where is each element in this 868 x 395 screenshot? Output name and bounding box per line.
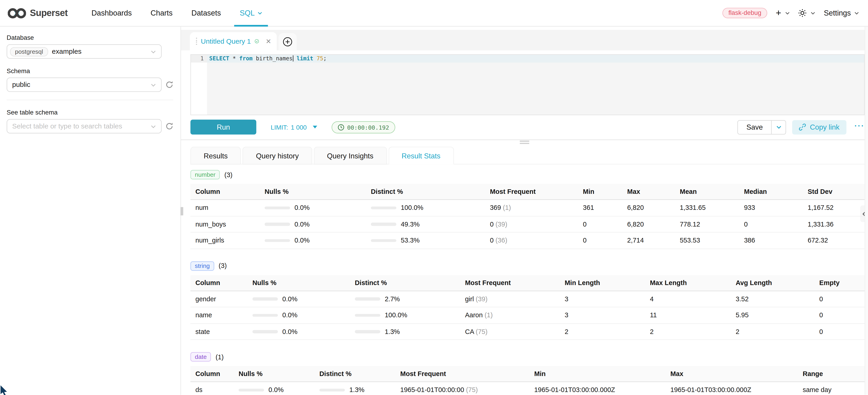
progress-bar: [239, 388, 264, 391]
nav-item-charts[interactable]: Charts: [141, 0, 182, 26]
query-tab[interactable]: Untitled Query 1 ✕: [190, 32, 277, 50]
database-select[interactable]: postgresql examples: [7, 44, 162, 59]
percentage-value: 100.0%: [401, 204, 424, 212]
refresh-icon: [165, 122, 173, 130]
stats-table-string: ColumnNulls %Distinct %Most FrequentMin …: [190, 275, 865, 340]
section-header: string(3): [190, 261, 865, 270]
table-schema-label: See table schema: [7, 109, 173, 116]
cell-min-length: 2: [565, 328, 650, 335]
column-count: (3): [219, 262, 227, 270]
cell-column: num: [190, 204, 265, 212]
nav-item-sql[interactable]: SQL: [230, 0, 272, 26]
sql-statement: SELECT * from birth_names limit 75;: [207, 55, 864, 63]
table-header-row: ColumnNulls %Distinct %Most FrequentMinM…: [190, 184, 865, 200]
frequent-value: CA: [465, 328, 474, 335]
tab-result-stats[interactable]: Result Stats: [388, 147, 454, 164]
column-header-most-frequent: Most Frequent: [400, 370, 534, 377]
column-header-max: Max: [670, 370, 803, 377]
new-menu[interactable]: +: [776, 8, 790, 18]
cell-distinct-: 1.3%: [355, 328, 465, 335]
cell-nulls-: 0.0%: [265, 237, 371, 244]
superset-infinity-icon: [8, 7, 26, 19]
theme-menu[interactable]: [798, 9, 815, 17]
close-tab-icon[interactable]: ✕: [266, 37, 271, 45]
sql-editor-panel: Untitled Query 1 ✕ 1: [181, 27, 868, 395]
frequent-count: (39): [494, 220, 507, 228]
percentage-value: 0.0%: [282, 295, 297, 303]
cell-most-frequent: 0 (39): [490, 220, 583, 228]
timer-value: 00:00:00.192: [347, 124, 389, 130]
tab-query-insights[interactable]: Query Insights: [314, 147, 387, 164]
drag-handle-icon[interactable]: [196, 38, 197, 44]
limit-dropdown[interactable]: LIMIT: 1 000: [271, 124, 317, 130]
settings-menu[interactable]: Settings: [824, 9, 859, 17]
column-header-median: Median: [744, 188, 808, 195]
progress-bar: [319, 388, 345, 391]
tab-results[interactable]: Results: [190, 147, 241, 164]
table-select[interactable]: Select table or type to search tables: [7, 119, 162, 133]
cell-avg-length: 5.95: [736, 311, 819, 319]
percentage-value: 1.3%: [349, 386, 364, 394]
cell-distinct-: 100.0%: [371, 204, 490, 212]
cell-nulls-: 0.0%: [265, 204, 371, 212]
run-button[interactable]: Run: [190, 120, 256, 134]
query-tab-title: Untitled Query 1: [201, 37, 251, 45]
column-header-min-length: Min Length: [565, 279, 650, 287]
nav-item-label: Datasets: [191, 9, 221, 17]
stats-section-date: date(1)ColumnNulls %Distinct %Most Frequ…: [190, 352, 865, 395]
tab-query-history[interactable]: Query history: [243, 147, 312, 164]
type-badge-string: string: [190, 261, 214, 270]
percentage-value: 0.0%: [294, 204, 310, 212]
plus-icon: +: [776, 8, 781, 18]
frequent-count: (36): [494, 237, 507, 244]
cell-max-length: 11: [650, 311, 736, 319]
workspace: Database postgresql examples Schema publ…: [0, 27, 868, 395]
save-split-button: Save: [738, 120, 786, 134]
frequent-value: girl: [465, 295, 474, 303]
query-timer: 00:00:00.192: [332, 121, 395, 133]
schema-select[interactable]: public: [7, 78, 162, 92]
column-header-max: Max: [627, 188, 680, 195]
panel-resize-handle[interactable]: [181, 207, 183, 215]
copy-link-button[interactable]: Copy link: [792, 120, 846, 134]
refresh-schemas-button[interactable]: [162, 81, 173, 89]
column-header-range: Range: [803, 370, 865, 377]
cell-min: 0: [583, 237, 627, 244]
chevron-down-icon: [785, 11, 790, 15]
superset-logo[interactable]: Superset: [8, 7, 68, 19]
pane-resize-handle[interactable]: [181, 140, 868, 145]
cell-range: same day: [803, 386, 865, 394]
code-token: ;: [323, 55, 327, 61]
cell-median: 0: [744, 220, 808, 228]
percentage-value: 0.0%: [269, 386, 284, 394]
code-token: SELECT: [209, 55, 229, 61]
stats-table-date: ColumnNulls %Distinct %Most FrequentMinM…: [190, 366, 865, 395]
save-button[interactable]: Save: [738, 120, 771, 134]
more-actions-button[interactable]: ···: [855, 121, 865, 133]
copy-link-label: Copy link: [810, 123, 840, 131]
frequent-value: 0: [490, 237, 494, 244]
cell-column: name: [190, 311, 252, 319]
brand-name: Superset: [30, 8, 68, 18]
navbar-right: flask-debug + Settings: [722, 8, 859, 18]
percentage-value: 49.3%: [401, 220, 420, 228]
cell-empty: 0: [819, 328, 865, 335]
column-header-column: Column: [190, 370, 239, 377]
cell-distinct-: 2.7%: [355, 295, 465, 303]
chevron-down-icon: [854, 11, 859, 15]
refresh-tables-button[interactable]: [162, 122, 173, 130]
nav-item-datasets[interactable]: Datasets: [182, 0, 230, 26]
limit-label: LIMIT:: [271, 124, 288, 130]
new-query-tab-button[interactable]: [278, 33, 297, 50]
cell-max: 1965-01-01T03:00:00.000Z: [670, 386, 803, 394]
settings-label: Settings: [824, 9, 851, 17]
save-options-button[interactable]: [771, 120, 785, 134]
database-engine-tag: postgresql: [10, 47, 48, 56]
column-header-distinct-: Distinct %: [355, 279, 465, 287]
progress-bar: [355, 297, 380, 300]
sql-code-editor[interactable]: 1 SELECT * from birth_names limit 75;: [190, 54, 865, 115]
nav-item-dashboards[interactable]: Dashboards: [82, 0, 141, 26]
sun-icon: [798, 9, 807, 17]
scrollbar[interactable]: [865, 27, 868, 395]
sidebar-divider: [7, 100, 173, 100]
